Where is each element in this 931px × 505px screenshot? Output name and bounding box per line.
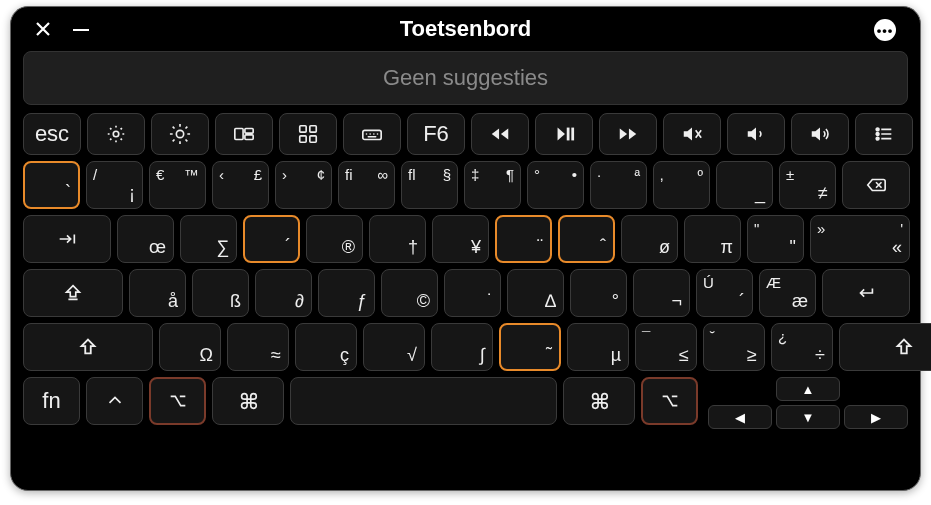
key-space[interactable] [290,377,557,425]
key-bracket-open[interactable]: "" [747,215,804,263]
play-icon [553,123,575,145]
key-5[interactable]: fi∞ [338,161,395,209]
key-quote[interactable]: Ææ [759,269,816,317]
key-w[interactable]: ∑ [180,215,237,263]
key-option-right[interactable] [641,377,698,425]
svg-rect-2 [235,129,243,140]
key-y[interactable]: ¥ [432,215,489,263]
suggestion-bar: Geen suggesties [23,51,908,105]
key-control[interactable] [86,377,143,425]
key-option-left[interactable] [149,377,206,425]
key-keyboard-light[interactable] [343,113,401,155]
arrow-up-key[interactable]: ▲ [776,377,840,401]
key-brightness-up[interactable] [151,113,209,155]
key-forward[interactable] [599,113,657,155]
key-c[interactable]: ç [295,323,357,371]
key-h[interactable]: ˙ [444,269,501,317]
key-b[interactable]: ∫ [431,323,493,371]
key-mission-control[interactable] [215,113,273,155]
svg-rect-8 [310,136,316,142]
key-4[interactable]: ›¢ [275,161,332,209]
titlebar: Toetsenbord ••• [23,7,908,51]
key-volume-down[interactable] [727,113,785,155]
opt-icon [659,390,681,412]
shift-icon [893,336,915,358]
key-m[interactable]: µ [567,323,629,371]
minimize-button[interactable] [73,29,89,31]
key-s[interactable]: ß [192,269,249,317]
ctrl-icon [104,390,126,412]
key-backtick[interactable]: ` [23,161,80,209]
key-r[interactable]: ® [306,215,363,263]
key-q[interactable]: œ [117,215,174,263]
svg-point-13 [876,133,879,136]
key-e[interactable]: ´ [243,215,300,263]
key-o[interactable]: ø [621,215,678,263]
key-equals[interactable]: ±≠ [779,161,836,209]
key-brightness-down[interactable] [87,113,145,155]
arrow-down-key[interactable]: ▼ [776,405,840,429]
key-p[interactable]: π [684,215,741,263]
key-l[interactable]: ¬ [633,269,690,317]
key-launchpad[interactable] [279,113,337,155]
key-a[interactable]: å [129,269,186,317]
key-d[interactable]: ∂ [255,269,312,317]
bright-high-icon [169,123,191,145]
grid-icon [297,123,319,145]
key-z[interactable]: Ω [159,323,221,371]
svg-rect-3 [245,129,253,134]
key-f6[interactable]: F6 [407,113,465,155]
more-options-button[interactable]: ••• [874,19,896,41]
key-minus[interactable]: _ [716,161,773,209]
svg-rect-11 [571,128,574,141]
key-k[interactable]: ° [570,269,627,317]
key-6[interactable]: fl§ [401,161,458,209]
tab-icon [56,228,78,250]
key-f[interactable]: ƒ [318,269,375,317]
arrow-left-key[interactable]: ◀ [708,405,772,429]
key-command-left[interactable] [212,377,284,425]
key-command-right[interactable] [563,377,635,425]
key-list[interactable] [855,113,913,155]
key-shift-lock[interactable] [23,269,123,317]
key-u[interactable]: ¨ [495,215,552,263]
key-7[interactable]: ‡¶ [464,161,521,209]
key-semicolon[interactable]: Ú´ [696,269,753,317]
key-n[interactable]: ˜ [499,323,561,371]
key-volume-up[interactable] [791,113,849,155]
key-v[interactable]: √ [363,323,425,371]
key-shift-left[interactable] [23,323,153,371]
key-shift-right[interactable] [839,323,931,371]
key-0[interactable]: ‚º [653,161,710,209]
arrow-right-key[interactable]: ▶ [844,405,908,429]
key-play-pause[interactable] [535,113,593,155]
svg-rect-4 [245,135,253,140]
key-2[interactable]: €™ [149,161,206,209]
key-i[interactable]: ˆ [558,215,615,263]
svg-rect-9 [363,130,381,139]
key-mute[interactable] [663,113,721,155]
key-backspace[interactable] [842,161,910,209]
key-x[interactable]: ≈ [227,323,289,371]
key-esc[interactable]: esc [23,113,81,155]
key-fn[interactable]: fn [23,377,80,425]
key-return[interactable] [822,269,910,317]
key-comma[interactable]: ¯≤ [635,323,697,371]
key-3[interactable]: ‹£ [212,161,269,209]
svg-point-12 [876,128,879,131]
key-j[interactable]: ∆ [507,269,564,317]
key-8[interactable]: °• [527,161,584,209]
key-9[interactable]: ·ª [590,161,647,209]
svg-rect-5 [300,126,306,132]
key-1[interactable]: /¡ [86,161,143,209]
close-button[interactable] [35,21,51,37]
key-t[interactable]: † [369,215,426,263]
key-rewind[interactable] [471,113,529,155]
mute-icon [681,123,703,145]
key-tab[interactable] [23,215,111,263]
key-slash[interactable]: ¿÷ [771,323,833,371]
key-bracket-close[interactable]: »'« [810,215,910,263]
svg-rect-6 [310,126,316,132]
key-period[interactable]: ˘≥ [703,323,765,371]
key-g[interactable]: © [381,269,438,317]
